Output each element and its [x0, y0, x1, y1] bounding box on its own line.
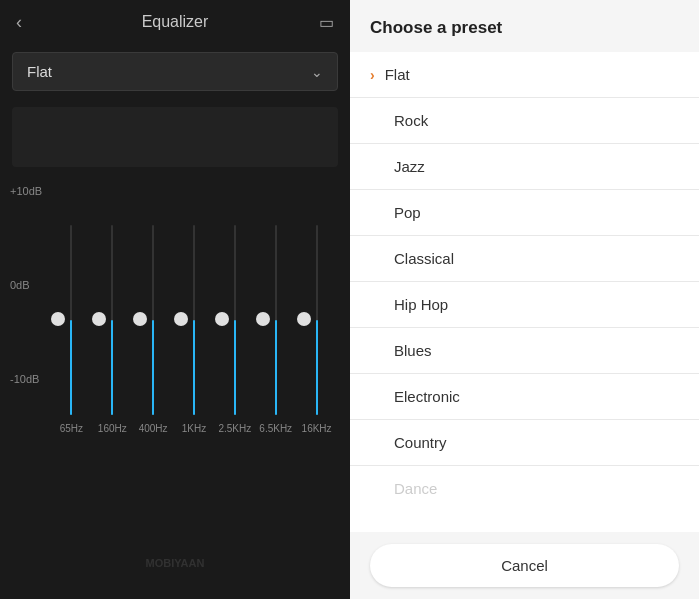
preset-item-country[interactable]: Country: [350, 420, 699, 466]
preset-label: Flat: [27, 63, 52, 80]
preset-selector[interactable]: Flat ⌄: [12, 52, 338, 91]
preset-item-flat[interactable]: › Flat: [350, 52, 699, 98]
preset-name-classical: Classical: [394, 250, 454, 267]
preset-name-electronic: Electronic: [394, 388, 460, 405]
preset-item-jazz[interactable]: Jazz: [350, 144, 699, 190]
slider-400hz[interactable]: 400Hz: [134, 185, 173, 434]
preset-item-electronic[interactable]: Electronic: [350, 374, 699, 420]
slider-65hz[interactable]: 65Hz: [52, 185, 91, 434]
preset-name-dance: Dance: [394, 480, 437, 497]
preset-item-pop[interactable]: Pop: [350, 190, 699, 236]
sliders-row: 65Hz 160Hz 400Hz: [52, 175, 336, 434]
preset-name-country: Country: [394, 434, 447, 451]
db-label-low: -10dB: [10, 373, 42, 385]
preset-name-hiphop: Hip Hop: [394, 296, 448, 313]
active-indicator-icon: ›: [370, 67, 375, 83]
preset-item-blues[interactable]: Blues: [350, 328, 699, 374]
equalizer-panel: ‹ Equalizer ▭ Flat ⌄ +10dB 0dB -10dB 65H…: [0, 0, 350, 599]
preset-panel-title: Choose a preset: [370, 18, 502, 37]
slider-160hz[interactable]: 160Hz: [93, 185, 132, 434]
preset-panel: Choose a preset › Flat Rock Jazz Pop Cla…: [350, 0, 699, 599]
preset-list: › Flat Rock Jazz Pop Classical Hip Hop B…: [350, 52, 699, 532]
eq-visualizer: [12, 107, 338, 167]
preset-name-jazz: Jazz: [394, 158, 425, 175]
db-label-mid: 0dB: [10, 279, 42, 291]
preset-name-rock: Rock: [394, 112, 428, 129]
db-labels: +10dB 0dB -10dB: [10, 185, 42, 385]
db-label-high: +10dB: [10, 185, 42, 197]
preset-name-flat: Flat: [385, 66, 410, 83]
watermark: MOBIYAAN: [146, 557, 205, 569]
preset-item-hiphop[interactable]: Hip Hop: [350, 282, 699, 328]
back-button[interactable]: ‹: [16, 12, 22, 33]
eq-header: ‹ Equalizer ▭: [0, 0, 350, 44]
preset-item-rock[interactable]: Rock: [350, 98, 699, 144]
preset-item-classical[interactable]: Classical: [350, 236, 699, 282]
eq-title: Equalizer: [142, 13, 209, 31]
cancel-button[interactable]: Cancel: [370, 544, 679, 587]
preset-footer: Cancel: [350, 532, 699, 599]
slider-16khz[interactable]: 16KHz: [297, 185, 336, 434]
preset-item-dance[interactable]: Dance: [350, 466, 699, 511]
slider-65khz[interactable]: 6.5KHz: [256, 185, 295, 434]
preset-header: Choose a preset: [350, 0, 699, 52]
slider-1khz[interactable]: 1KHz: [175, 185, 214, 434]
slider-25khz[interactable]: 2.5KHz: [215, 185, 254, 434]
preset-name-pop: Pop: [394, 204, 421, 221]
dropdown-arrow-icon: ⌄: [311, 64, 323, 80]
preset-name-blues: Blues: [394, 342, 432, 359]
menu-icon[interactable]: ▭: [319, 13, 334, 32]
